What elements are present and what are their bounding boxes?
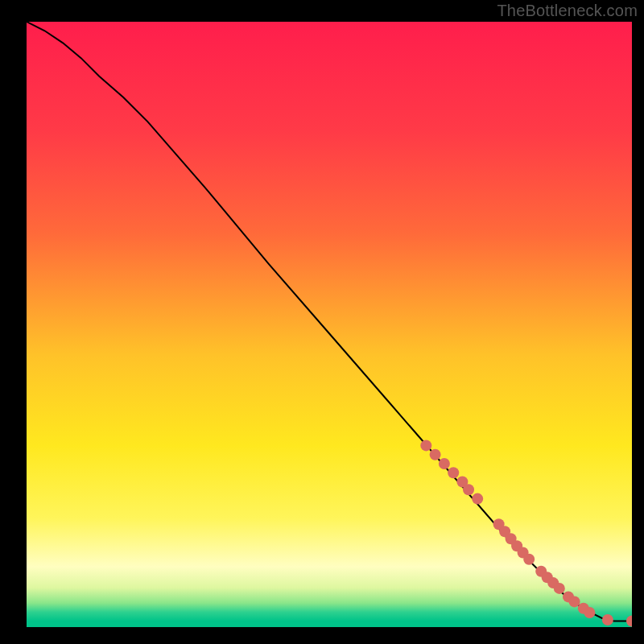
chart-stage: TheBottleneck.com xyxy=(0,0,644,644)
scatter-dot xyxy=(420,440,431,451)
scatter-dot xyxy=(569,596,580,607)
scatter-layer xyxy=(27,22,632,627)
scatter-dot xyxy=(472,493,483,505)
scatter-dot xyxy=(554,583,565,594)
scatter-dot xyxy=(463,484,474,495)
scatter-dots xyxy=(420,440,632,626)
watermark-text: TheBottleneck.com xyxy=(497,2,638,20)
scatter-dot xyxy=(626,616,632,627)
scatter-dot xyxy=(584,607,595,618)
scatter-dot xyxy=(430,449,441,460)
scatter-dot xyxy=(523,554,535,565)
scatter-dot xyxy=(448,467,459,478)
scatter-dot xyxy=(602,614,613,625)
plot-area xyxy=(27,22,632,627)
scatter-dot xyxy=(439,458,450,469)
